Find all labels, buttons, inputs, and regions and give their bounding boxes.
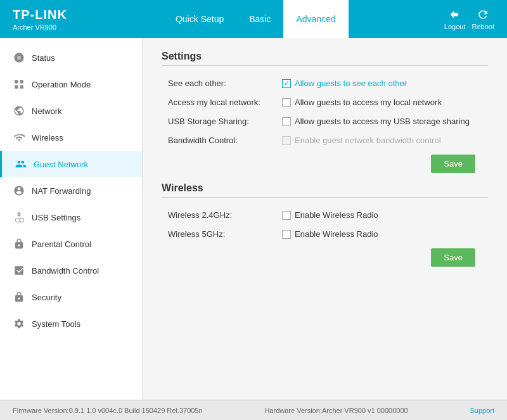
sidebar: Status Operation Mode Network Wireless G <box>0 38 143 400</box>
bandwidth-control-ctrl: Enable guest network bandwidth control <box>282 136 441 145</box>
sidebar-item-wireless[interactable]: Wireless <box>0 124 142 151</box>
wireless-title: Wireless <box>162 182 488 194</box>
svg-rect-3 <box>20 86 23 89</box>
see-each-other-control: Allow guests to see each other <box>282 79 407 88</box>
logo-title: TP-LINK <box>13 8 67 22</box>
wireless-5-label: Wireless 5GHz: <box>168 229 282 239</box>
access-local-text: Allow guests to access my local network <box>295 98 442 107</box>
tab-basic[interactable]: Basic <box>236 0 283 38</box>
access-local-label: Access my local network: <box>168 98 282 107</box>
logout-button[interactable]: Logout <box>444 8 466 30</box>
wireless-icon <box>13 131 25 144</box>
sidebar-item-guest-network[interactable]: Guest Network <box>0 151 142 177</box>
tab-quick-setup[interactable]: Quick Setup <box>163 0 236 38</box>
usb-storage-control: Allow guests to access my USB storage sh… <box>282 117 470 126</box>
status-icon <box>13 51 25 64</box>
system-tools-icon <box>13 317 25 330</box>
main-content: Settings See each other: Allow guests to… <box>143 38 507 400</box>
svg-rect-2 <box>15 86 18 89</box>
sidebar-item-nat-forwarding[interactable]: NAT Forwarding <box>0 177 142 204</box>
wireless-24-label: Wireless 2.4GHz: <box>168 210 282 220</box>
access-local-checkbox[interactable] <box>282 98 291 107</box>
access-local-control: Allow guests to access my local network <box>282 98 442 107</box>
sidebar-label-security: Security <box>32 293 61 302</box>
logo-subtitle: Archer VR900 <box>13 23 67 31</box>
sidebar-item-system-tools[interactable]: System Tools <box>0 310 142 337</box>
reboot-icon <box>477 8 489 21</box>
wireless-24-text: Enable Wireless Radio <box>295 210 378 220</box>
wireless-5-checkbox[interactable] <box>282 230 291 239</box>
wireless-24-row: Wireless 2.4GHz: Enable Wireless Radio <box>162 210 488 220</box>
reboot-button[interactable]: Reboot <box>472 8 494 30</box>
sidebar-label-nat-forwarding: NAT Forwarding <box>32 186 91 196</box>
sidebar-label-system-tools: System Tools <box>32 319 80 329</box>
usb-storage-checkbox[interactable] <box>282 117 291 126</box>
sidebar-label-status: Status <box>32 53 55 63</box>
see-each-other-text: Allow guests to see each other <box>295 79 407 88</box>
main-layout: Status Operation Mode Network Wireless G <box>0 38 507 400</box>
hardware-version: Hardware Version:Archer VR900 v1 0000000… <box>264 407 408 414</box>
header: TP-LINK Archer VR900 Quick Setup Basic A… <box>0 0 507 38</box>
sidebar-item-security[interactable]: Security <box>0 284 142 310</box>
bandwidth-control-text: Enable guest network bandwidth control <box>295 136 441 145</box>
see-each-other-label: See each other: <box>168 79 282 88</box>
settings-section: Settings See each other: Allow guests to… <box>162 51 488 173</box>
parental-control-icon <box>13 238 25 250</box>
settings-divider <box>162 65 488 66</box>
sidebar-item-operation-mode[interactable]: Operation Mode <box>0 71 142 98</box>
settings-title: Settings <box>162 51 488 62</box>
access-local-network-row: Access my local network: Allow guests to… <box>162 98 488 107</box>
svg-rect-0 <box>15 80 18 83</box>
wireless-section: Wireless Wireless 2.4GHz: Enable Wireles… <box>162 182 488 267</box>
see-each-other-checkbox[interactable] <box>282 79 291 88</box>
footer: Firmware Version:0.9.1 1.0 v004c.0 Build… <box>0 400 507 420</box>
bandwidth-control-checkbox[interactable] <box>282 136 291 145</box>
bandwidth-control-row: Bandwidth Control: Enable guest network … <box>162 136 488 145</box>
logout-icon <box>449 8 461 21</box>
wireless-divider <box>162 197 488 198</box>
tab-advanced[interactable]: Advanced <box>283 0 348 38</box>
security-icon <box>13 291 25 303</box>
svg-rect-1 <box>20 80 23 83</box>
sidebar-label-wireless: Wireless <box>32 133 63 143</box>
sidebar-item-network[interactable]: Network <box>0 98 142 124</box>
sidebar-label-operation-mode: Operation Mode <box>32 80 91 89</box>
logo: TP-LINK Archer VR900 <box>13 8 67 31</box>
wireless-save-row: Save <box>162 248 488 267</box>
wireless-5-control: Enable Wireless Radio <box>282 229 378 239</box>
firmware-version: Firmware Version:0.9.1 1.0 v004c.0 Build… <box>13 407 203 414</box>
header-actions: Logout Reboot <box>444 8 494 30</box>
wireless-save-button[interactable]: Save <box>431 248 475 267</box>
sidebar-label-network: Network <box>32 106 62 116</box>
settings-save-row: Save <box>162 155 488 173</box>
usb-storage-row: USB Storage Sharing: Allow guests to acc… <box>162 117 488 126</box>
sidebar-item-bandwidth-control[interactable]: Bandwidth Control <box>0 257 142 284</box>
sidebar-label-guest-network: Guest Network <box>34 160 88 169</box>
see-each-other-row: See each other: Allow guests to see each… <box>162 79 488 88</box>
nat-forwarding-icon <box>13 184 25 197</box>
guest-network-icon <box>15 158 27 170</box>
wireless-5-row: Wireless 5GHz: Enable Wireless Radio <box>162 229 488 239</box>
sidebar-item-parental-control[interactable]: Parental Control <box>0 231 142 257</box>
bandwidth-control-icon <box>13 264 25 277</box>
bandwidth-control-label: Bandwidth Control: <box>168 136 282 145</box>
wireless-5-text: Enable Wireless Radio <box>295 229 378 239</box>
usb-storage-label: USB Storage Sharing: <box>168 117 282 126</box>
network-icon <box>13 105 25 117</box>
sidebar-label-usb-settings: USB Settings <box>32 213 80 222</box>
sidebar-label-bandwidth-control: Bandwidth Control <box>32 266 99 276</box>
sidebar-item-status[interactable]: Status <box>0 44 142 71</box>
wireless-24-checkbox[interactable] <box>282 211 291 220</box>
sidebar-item-usb-settings[interactable]: USB Settings <box>0 204 142 231</box>
wireless-24-control: Enable Wireless Radio <box>282 210 378 220</box>
settings-save-button[interactable]: Save <box>431 155 475 173</box>
support-link[interactable]: Support <box>470 407 494 414</box>
nav-tabs: Quick Setup Basic Advanced <box>163 0 349 38</box>
operation-mode-icon <box>13 78 25 91</box>
sidebar-label-parental-control: Parental Control <box>32 239 91 249</box>
usb-settings-icon <box>13 211 25 224</box>
usb-storage-text: Allow guests to access my USB storage sh… <box>295 117 470 126</box>
